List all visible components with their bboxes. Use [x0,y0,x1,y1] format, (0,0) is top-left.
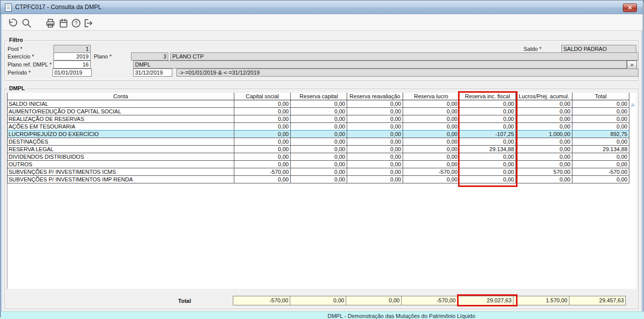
value-cell: 0,00 [572,176,629,183]
value-cell: 0,00 [572,161,629,168]
dmpl-legend: DMPL [8,85,26,91]
titlebar: CTPFC017 - Consulta da DMPL ✕ [1,1,643,14]
value-cell: 0,00 [234,138,291,145]
total-field: 1.570,00 [513,296,569,305]
table-row[interactable]: AUMENTO/REDUÇÃO DO CAPITAL SOCIAL0,000,0… [8,108,629,115]
value-cell: 0,00 [403,115,460,122]
value-cell: -107,25 [460,131,516,138]
value-cell: 0,00 [460,161,516,168]
value-cell: 0,00 [347,176,403,183]
value-cell: -570,00 [234,168,291,175]
table-row[interactable]: SUBVENÇÕES P/ INVESTIMENTOS ICMS-570,000… [8,168,629,176]
filter-legend: Filtro [8,37,25,43]
value-cell: 0,00 [460,115,516,122]
conta-cell: AÇÕES EM TESOURARIA [8,123,234,130]
column-header-3[interactable]: Reserva reavaliação [347,93,403,100]
table-row[interactable]: REALIZAÇÃO DE RESERVAS0,000,000,000,000,… [8,115,629,123]
conta-cell: DIVIDENDOS DISTRIBUIDOS [8,153,234,160]
value-cell: 0,00 [291,131,347,138]
total-field: 0,00 [290,296,346,305]
table-row[interactable]: AÇÕES EM TESOURARIA0,000,000,000,000,000… [8,123,629,131]
value-cell: 29.134,88 [460,146,516,153]
value-cell: 0,00 [460,153,516,160]
total-field: 29.027,63 [457,296,513,305]
table-row[interactable]: LUCRO/PREJUÍZO DO EXERCÍCIO0,000,000,000… [8,130,629,138]
conta-cell: REALIZAÇÃO DE RESERVAS [8,115,234,122]
column-header-5[interactable]: Reserva inc. fiscal [460,93,516,100]
table-row[interactable]: SUBVENÇÕES P/ INVESTIMENTOS IMP RENDA0,0… [8,176,629,183]
conta-cell: RESERVA LEGAL [8,146,234,153]
value-cell: 0,00 [291,153,347,160]
exit-icon[interactable] [83,18,94,29]
value-cell: 0,00 [347,161,403,168]
value-cell: 0,00 [403,100,460,107]
column-header-2[interactable]: Reserva capital [291,93,347,100]
table-row[interactable]: SALDO INICIAL0,000,000,000,000,000,000,0… [8,100,629,108]
value-cell: 0,00 [572,108,629,115]
value-cell: -570,00 [403,168,460,175]
value-cell: 0,00 [403,146,460,153]
table-row[interactable]: DIVIDENDOS DISTRIBUIDOS0,000,000,000,000… [8,153,629,161]
value-cell: 0,00 [347,131,403,138]
value-cell: 0,00 [516,176,572,183]
close-button[interactable]: ✕ [623,4,637,12]
value-cell: 0,00 [234,176,291,183]
conta-cell: SUBVENÇÕES P/ INVESTIMENTOS ICMS [8,168,234,175]
pool-label: Pool * [8,46,22,52]
value-cell: 0,00 [516,115,572,122]
periodo-expression-field: ·>·=01/01/2019·&·<·=31/12/2019 [176,69,638,77]
svg-text:?: ? [75,21,78,26]
value-cell: 0,00 [516,123,572,130]
table-row[interactable]: RESERVA LEGAL0,000,000,000,0029.134,880,… [8,146,629,153]
column-header-conta[interactable]: Conta [8,93,234,100]
print-icon[interactable] [45,18,56,29]
value-cell: 0,00 [234,115,291,122]
exercicio-label: Exercício * [8,53,34,59]
help-icon[interactable]: ? [71,18,82,29]
undo-icon[interactable] [7,18,18,29]
table-row[interactable]: DESTINAÇÕES0,000,000,000,000,000,000,00 [8,138,629,146]
value-cell: 0,00 [347,115,403,122]
window-title: CTPFC017 - Consulta da DMPL [15,4,101,11]
value-cell: 0,00 [516,161,572,168]
exercicio-field[interactable]: 2019 [53,52,91,60]
table-row[interactable]: OUTROS0,000,000,000,000,000,000,00 [8,161,629,168]
dmpl-grid: ContaCapital socialReserva capitalReserv… [7,93,629,183]
value-cell: 0,00 [572,138,629,145]
pool-field: 1 [53,45,91,53]
value-cell: 0,00 [403,138,460,145]
grid-header-row: ContaCapital socialReserva capitalReserv… [8,93,629,100]
calendar-icon[interactable] [58,18,69,29]
saldo-label: Saldo * [524,46,541,52]
conta-cell: AUMENTO/REDUÇÃO DO CAPITAL SOCIAL [8,108,234,115]
value-cell: 0,00 [234,108,291,115]
column-header-1[interactable]: Capital social [234,93,291,100]
value-cell: 0,00 [234,153,291,160]
status-text: DMPL - Demonstração das Mutações do Patr… [328,313,475,319]
conta-cell: SUBVENÇÕES P/ INVESTIMENTOS IMP RENDA [8,176,234,183]
window-frame-right [641,14,643,316]
window-frame-left [1,14,2,316]
plano-ref-code-field[interactable]: 16 [53,60,91,69]
value-cell: 0,00 [347,146,403,153]
column-header-7[interactable]: Total [572,93,629,100]
value-cell: 0,00 [572,115,629,122]
value-cell: 0,00 [403,161,460,168]
grid-body: SALDO INICIAL0,000,000,000,000,000,000,0… [8,100,629,183]
conta-cell: DESTINAÇÕES [8,138,234,145]
expand-button[interactable]: » [627,60,637,69]
value-cell: 0,00 [291,176,347,183]
search-icon[interactable] [21,18,32,29]
column-header-4[interactable]: Reserva lucro [403,93,460,100]
document-icon [5,4,12,12]
value-cell: 0,00 [347,123,403,130]
value-cell: 0,00 [403,131,460,138]
plano-ref-label: Plano ref. DMPL * [8,61,52,68]
periodo-to-field[interactable]: 31/12/2019 [133,69,172,77]
periodo-from-field[interactable]: 01/01/2019 [52,69,92,77]
total-field: -570,00 [401,296,458,305]
value-cell: 0,00 [572,100,629,107]
column-header-6[interactable]: Lucros/Prej. acumul. [516,93,572,100]
value-cell: 0,00 [234,146,291,153]
scrollbar-up-icon[interactable] [630,103,635,106]
